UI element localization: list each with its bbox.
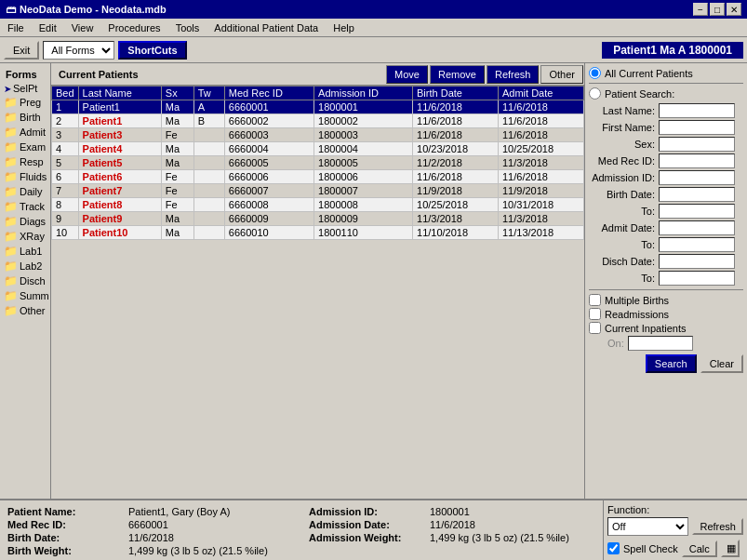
last-name-input[interactable] (659, 103, 735, 118)
table-row[interactable]: 2Patient1MaB6660002180000211/6/201811/6/… (52, 114, 584, 128)
table-row[interactable]: 8Patient8Fe6660008180000810/25/201810/31… (52, 198, 584, 212)
sidebar-item-preg[interactable]: 📁 Preg (2, 95, 48, 110)
sidebar-item-diags[interactable]: 📁 Diags (2, 214, 48, 229)
table-row[interactable]: 9Patient9Ma6660009180000911/3/201811/3/2… (52, 212, 584, 226)
table-row[interactable]: 3Patient3Fe6660003180000311/6/201811/6/2… (52, 128, 584, 142)
minimize-button[interactable]: − (693, 3, 708, 16)
sidebar-item-admit[interactable]: 📁 Admit (2, 125, 48, 140)
cell-admid: 1800007 (314, 184, 413, 198)
function-dropdown[interactable]: Off (607, 517, 688, 536)
disch-date-input[interactable] (659, 254, 735, 269)
all-current-radio[interactable] (589, 67, 601, 79)
patient-search-radio[interactable] (589, 87, 601, 100)
admission-id-row: Admission ID: (589, 170, 743, 185)
sidebar-item-disch[interactable]: 📁 Disch (2, 273, 48, 288)
cell-sx: Ma (161, 226, 193, 240)
sidebar-label-track: Track (20, 201, 45, 212)
cell-medrec: 6660002 (224, 114, 313, 128)
info-row-name: Patient Name: Patient1, Gary (Boy A) (7, 506, 294, 517)
maximize-button[interactable]: □ (710, 3, 725, 16)
birth-date-to-input[interactable] (659, 204, 735, 219)
remove-button[interactable]: Remove (430, 65, 485, 84)
patient-search-label[interactable]: Patient Search: (589, 87, 743, 100)
multiple-births-checkbox[interactable] (589, 294, 601, 306)
table-row[interactable]: 5Patient5Ma6660005180000511/2/201811/3/2… (52, 156, 584, 170)
med-rec-id-value: 6660001 (128, 519, 168, 530)
on-label: On: (607, 338, 624, 349)
readmissions-row: Readmissions (589, 308, 743, 320)
search-button[interactable]: Search (646, 354, 697, 373)
birth-date-row: Birth Date: (589, 187, 743, 202)
th-bed: Bed (52, 87, 79, 100)
all-current-label[interactable]: All Current Patients (589, 67, 743, 79)
current-inpatients-checkbox[interactable] (589, 322, 601, 334)
cell-bed: 4 (52, 142, 79, 156)
table-body: 1Patient1MaA6660001180000111/6/201811/6/… (52, 100, 584, 240)
forms-dropdown[interactable]: All Forms (43, 41, 114, 60)
disch-date-to-input[interactable] (659, 271, 735, 286)
sidebar-item-xray[interactable]: 📁 XRay (2, 229, 48, 244)
on-input[interactable] (628, 336, 693, 351)
menu-procedures[interactable]: Procedures (104, 21, 164, 34)
sidebar-label-disch: Disch (20, 275, 46, 287)
exit-button[interactable]: Exit (4, 41, 39, 60)
menu-view[interactable]: View (68, 21, 98, 34)
admit-date-to-input[interactable] (659, 237, 735, 252)
cell-tw (193, 142, 224, 156)
table-row[interactable]: 1Patient1MaA6660001180000111/6/201811/6/… (52, 100, 584, 114)
sidebar-item-other[interactable]: 📁 Other (2, 303, 48, 318)
close-button[interactable]: ✕ (727, 3, 741, 16)
sidebar-item-birth[interactable]: 📁 Birth (2, 110, 48, 125)
cell-bed: 3 (52, 128, 79, 142)
table-row[interactable]: 4Patient4Ma6660004180000410/23/201810/25… (52, 142, 584, 156)
move-button[interactable]: Move (386, 65, 428, 84)
app-icon: 🗃 (6, 4, 16, 15)
patient-name-value: Patient1, Gary (Boy A) (128, 506, 230, 517)
birth-date-info-label: Birth Date: (7, 532, 128, 543)
cell-admid: 1800005 (314, 156, 413, 170)
multiple-births-label: Multiple Births (605, 295, 669, 306)
table-row[interactable]: 7Patient7Fe6660007180000711/9/201811/9/2… (52, 184, 584, 198)
sidebar-item-exam[interactable]: 📁 Exam (2, 140, 48, 154)
th-tw: Tw (193, 87, 224, 100)
sidebar-item-fluids[interactable]: 📁 Fluids (2, 169, 48, 184)
cell-medrec: 6660008 (224, 198, 313, 212)
table-row[interactable]: 6Patient6Fe6660006180000611/6/201811/6/2… (52, 170, 584, 184)
admission-id-info-value: 1800001 (430, 506, 470, 517)
function-icon-button[interactable]: ▦ (721, 540, 740, 557)
refresh-button[interactable]: Refresh (487, 65, 540, 84)
sidebar-item-daily[interactable]: 📁 Daily (2, 184, 48, 199)
sidebar-item-track[interactable]: 📁 Track (2, 199, 48, 214)
first-name-input[interactable] (659, 120, 735, 135)
spell-check-checkbox[interactable] (607, 542, 620, 554)
sidebar-item-selpt[interactable]: ➤ SelPt (2, 82, 48, 95)
cell-birth: 10/23/2018 (413, 142, 499, 156)
menu-edit[interactable]: Edit (35, 21, 60, 34)
shortcuts-button[interactable]: ShortCuts (118, 41, 186, 60)
cell-birth: 10/25/2018 (413, 198, 499, 212)
other-button[interactable]: Other (540, 65, 583, 84)
med-rec-input[interactable] (659, 153, 735, 168)
menu-help[interactable]: Help (329, 21, 358, 34)
sidebar-item-lab1[interactable]: 📁 Lab1 (2, 244, 48, 259)
table-row[interactable]: 10Patient10Ma6660010180011011/10/201811/… (52, 226, 584, 240)
menu-additional[interactable]: Additional Patient Data (210, 21, 322, 34)
sidebar-label-daily: Daily (20, 186, 42, 197)
cell-admit: 10/31/2018 (498, 198, 583, 212)
clear-button[interactable]: Clear (700, 354, 743, 373)
sex-input[interactable] (659, 137, 735, 152)
admit-date-input[interactable] (659, 220, 735, 235)
sidebar-item-summ[interactable]: 📁 Summ (2, 288, 48, 303)
sidebar-item-lab2[interactable]: 📁 Lab2 (2, 259, 48, 273)
readmissions-checkbox[interactable] (589, 308, 601, 320)
folder-icon: 📁 (4, 96, 18, 109)
patient-table-wrapper[interactable]: Bed Last Name Sx Tw Med Rec ID Admission… (51, 86, 584, 499)
sidebar-item-resp[interactable]: 📁 Resp (2, 154, 48, 169)
function-refresh-button[interactable]: Refresh (692, 518, 743, 535)
menu-file[interactable]: File (4, 21, 28, 34)
calc-button[interactable]: Calc (682, 540, 717, 557)
birth-date-input[interactable] (659, 187, 735, 202)
cell-admid: 1800003 (314, 128, 413, 142)
menu-tools[interactable]: Tools (172, 21, 204, 34)
admission-id-input[interactable] (659, 170, 735, 185)
